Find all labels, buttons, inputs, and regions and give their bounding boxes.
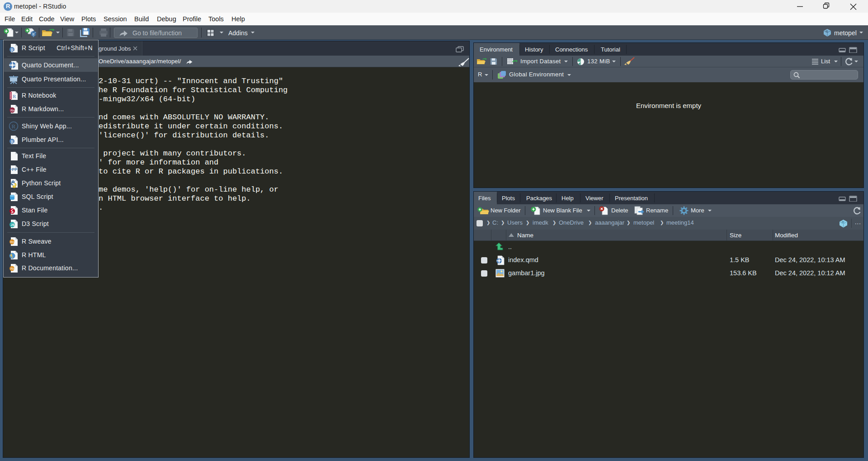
svg-text:Rm: Rm <box>10 109 15 112</box>
svg-text:JS: JS <box>11 223 15 226</box>
svg-text:R: R <box>842 220 844 224</box>
svg-text:R: R <box>12 123 16 130</box>
svg-text:R: R <box>11 47 14 52</box>
svg-text:R: R <box>826 29 829 33</box>
svg-text:Rd: Rd <box>10 267 14 270</box>
svg-text:R: R <box>32 33 35 37</box>
svg-text:R: R <box>13 94 16 99</box>
svg-text:R: R <box>11 139 14 144</box>
svg-text:Rnw: Rnw <box>10 240 16 244</box>
svg-text:+PP: +PP <box>9 167 17 172</box>
